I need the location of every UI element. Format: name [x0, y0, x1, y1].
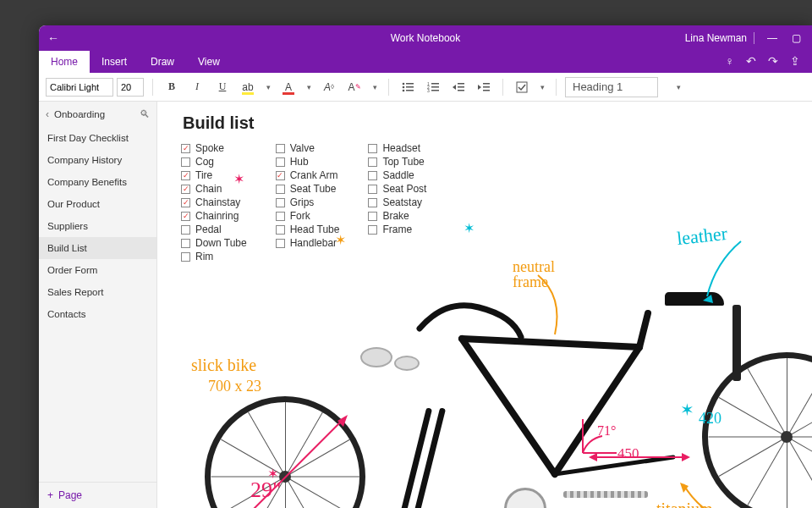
font-size-input[interactable] — [117, 78, 144, 97]
tell-me-icon[interactable]: ♀ — [726, 54, 735, 68]
more-font-dropdown[interactable]: ▾ — [370, 83, 380, 91]
checklist-item[interactable]: Head Tube — [276, 224, 340, 235]
checklist-item[interactable]: ✓Spoke — [181, 142, 247, 154]
svg-point-4 — [403, 89, 405, 91]
sidebar-page-item[interactable]: Build List — [39, 237, 156, 259]
ink-annotation: 700 x 23 — [208, 378, 261, 395]
checklist-item[interactable]: Fork — [276, 210, 340, 222]
sidebar-page-item[interactable]: Contacts — [39, 303, 156, 325]
tab-view[interactable]: View — [186, 51, 232, 73]
user-name[interactable]: Lina Newman — [685, 32, 747, 44]
underline-button[interactable]: U — [212, 77, 233, 97]
minimize-button[interactable]: — — [761, 32, 783, 44]
svg-rect-15 — [458, 90, 464, 91]
svg-rect-17 — [483, 83, 490, 85]
italic-button[interactable]: I — [187, 77, 207, 97]
bike-part — [360, 347, 392, 367]
checklist-item[interactable]: ✓Crank Arm — [276, 169, 340, 181]
checklist-item[interactable]: Grips — [276, 196, 340, 208]
sidebar-page-item[interactable]: Sales Report — [39, 281, 156, 303]
sidebar-page-item[interactable]: Our Product — [39, 193, 156, 215]
bike-part — [394, 356, 420, 371]
checkbox-icon: ✓ — [181, 185, 190, 194]
indent-button[interactable] — [474, 77, 494, 97]
checklist-item[interactable]: Headset — [368, 142, 426, 154]
checkbox-icon — [181, 157, 190, 167]
bullet-list-button[interactable] — [398, 77, 418, 97]
checklist-item-label: Down Tube — [195, 237, 247, 249]
checkbox-icon — [368, 225, 377, 235]
clear-formatting-button[interactable]: A◊ — [319, 77, 339, 97]
plus-icon: + — [47, 489, 53, 501]
format-painter-button[interactable]: A✎ — [344, 77, 365, 97]
highlight-dropdown[interactable]: ▾ — [263, 83, 273, 91]
todo-tag-button[interactable] — [512, 77, 532, 97]
font-color-dropdown[interactable]: ▾ — [304, 83, 314, 91]
checklist-item-label: Frame — [382, 224, 412, 235]
section-back-icon[interactable]: ‹ — [46, 108, 49, 120]
checkbox-icon — [368, 198, 377, 207]
checklist: ✓SpokeCog✓Tire✓Chain✓Chainstay✓Chainring… — [181, 142, 426, 262]
checklist-item[interactable]: ✓Chainring — [181, 210, 247, 222]
tab-insert[interactable]: Insert — [90, 51, 139, 73]
checklist-item-label: Pedal — [195, 224, 222, 235]
checklist-item[interactable]: Seat Tube — [276, 183, 340, 195]
checklist-item[interactable]: Seat Post — [368, 183, 426, 195]
bike-wheel-front — [205, 396, 365, 508]
style-dropdown[interactable]: ▾ — [673, 83, 683, 91]
checkbox-icon — [276, 239, 285, 248]
style-selector[interactable]: Heading 1 — [565, 77, 658, 97]
bike-wheel-rear — [702, 352, 812, 508]
checklist-item[interactable]: Rim — [181, 251, 247, 262]
checklist-item[interactable]: Top Tube — [368, 156, 426, 168]
page-title[interactable]: Build list — [183, 113, 254, 133]
font-name-input[interactable] — [46, 78, 113, 97]
checklist-item[interactable]: Seatstay — [368, 196, 426, 208]
checklist-item[interactable]: Hub — [276, 156, 340, 168]
checklist-item[interactable]: Handlebar — [276, 237, 340, 249]
checklist-item[interactable]: Down Tube — [181, 237, 247, 249]
bike-chain — [563, 491, 648, 498]
share-button[interactable]: ⇪ — [790, 54, 800, 68]
undo-button[interactable]: ↶ — [746, 54, 756, 68]
checklist-item-label: Chainring — [195, 210, 239, 222]
divider — [754, 32, 754, 44]
checklist-item[interactable]: Brake — [368, 210, 426, 222]
checklist-item[interactable]: Frame — [368, 224, 426, 235]
checklist-item[interactable]: ✓Chain — [181, 183, 247, 195]
checkbox-icon — [276, 212, 285, 221]
numbered-list-button[interactable]: 123 — [423, 77, 443, 97]
maximize-button[interactable]: ▢ — [785, 32, 807, 44]
back-button[interactable]: ← — [39, 31, 68, 45]
section-name[interactable]: Onboarding — [54, 109, 134, 119]
font-color-button[interactable]: A — [278, 77, 299, 97]
sidebar-page-item[interactable]: First Day Checklist — [39, 127, 156, 149]
checklist-item[interactable]: Valve — [276, 142, 340, 154]
checklist-item[interactable]: ✓Chainstay — [181, 196, 247, 208]
sidebar-page-item[interactable]: Order Form — [39, 259, 156, 281]
search-icon[interactable]: 🔍︎ — [140, 108, 150, 120]
tab-home[interactable]: Home — [39, 51, 90, 73]
title-bar: ← Work Notebook Lina Newman — ▢ — [39, 25, 812, 51]
checkbox-icon — [181, 252, 190, 262]
sidebar-page-item[interactable]: Suppliers — [39, 215, 156, 237]
ink-annotation: neutral frame — [513, 259, 555, 290]
checklist-item[interactable]: Saddle — [368, 169, 426, 181]
outdent-button[interactable] — [448, 77, 469, 97]
tab-draw[interactable]: Draw — [139, 51, 186, 73]
highlight-button[interactable]: ab — [238, 77, 258, 97]
note-canvas[interactable]: Build list ✓SpokeCog✓Tire✓Chain✓Chainsta… — [157, 102, 812, 508]
bold-button[interactable]: B — [162, 77, 182, 97]
checklist-item[interactable]: Pedal — [181, 224, 247, 235]
checklist-item[interactable]: ✓Tire — [181, 169, 247, 181]
checklist-item[interactable]: Cog — [181, 156, 247, 168]
sidebar-page-item[interactable]: Company Benefits — [39, 171, 156, 193]
ribbon: B I U ab ▾ A ▾ A◊ A✎ ▾ 123 ▾ Heading 1 ▾ — [39, 73, 812, 102]
checkbox-icon: ✓ — [181, 144, 190, 153]
add-page-button[interactable]: +Page — [39, 482, 156, 508]
redo-button[interactable]: ↷ — [768, 54, 778, 68]
tags-dropdown[interactable]: ▾ — [537, 83, 547, 91]
star-icon: ✶ — [464, 220, 475, 236]
sidebar-page-item[interactable]: Company History — [39, 149, 156, 171]
checkbox-icon — [276, 144, 285, 153]
